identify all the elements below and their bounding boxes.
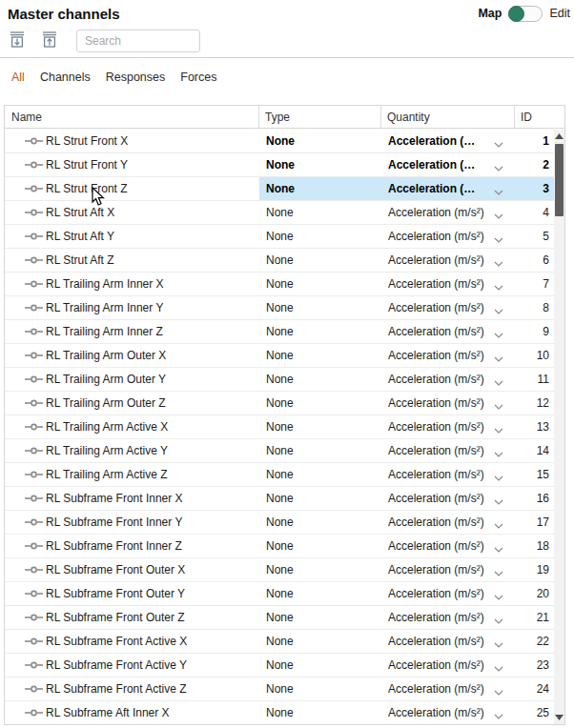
type-cell[interactable]: None xyxy=(259,487,381,511)
channel-name-cell[interactable]: RL Strut Front X xyxy=(5,130,259,153)
table-row[interactable]: RL Subframe Front Active XNoneAccelerati… xyxy=(5,630,555,654)
type-cell[interactable]: None xyxy=(259,439,381,463)
channel-name-cell[interactable]: RL Trailing Arm Active Z xyxy=(5,463,259,487)
id-cell[interactable]: 18 xyxy=(515,535,555,558)
channel-name-cell[interactable]: RL Strut Front Y xyxy=(5,153,259,177)
type-cell[interactable]: None xyxy=(259,606,381,630)
type-cell[interactable]: None xyxy=(259,153,381,177)
table-row[interactable]: RL Strut Aft YNoneAcceleration (m/s²)5 xyxy=(5,225,555,249)
id-cell[interactable]: 16 xyxy=(515,487,555,511)
type-cell[interactable]: None xyxy=(259,225,381,249)
quantity-cell[interactable]: Acceleration (m/s²) xyxy=(381,392,515,415)
table-row[interactable]: RL Trailing Arm Active ZNoneAcceleration… xyxy=(5,463,555,487)
chevron-down-icon[interactable] xyxy=(494,590,503,603)
chevron-down-icon[interactable] xyxy=(494,280,503,293)
quantity-cell[interactable]: Acceleration (m/s²) xyxy=(381,177,515,201)
type-cell[interactable]: None xyxy=(259,463,381,487)
chevron-down-icon[interactable] xyxy=(494,637,503,651)
quantity-cell[interactable]: Acceleration (m/s²) xyxy=(381,130,515,153)
chevron-down-icon[interactable] xyxy=(494,304,503,317)
channel-name-cell[interactable]: RL Trailing Arm Inner Z xyxy=(5,320,259,344)
channel-name-cell[interactable]: RL Trailing Arm Inner X xyxy=(5,273,259,296)
chevron-down-icon[interactable] xyxy=(494,375,503,389)
quantity-cell[interactable]: Acceleration (m/s²) xyxy=(381,273,515,296)
table-row[interactable]: RL Trailing Arm Inner ZNoneAcceleration … xyxy=(5,320,555,344)
id-cell[interactable]: 22 xyxy=(515,630,555,654)
chevron-down-icon[interactable] xyxy=(494,471,503,484)
chevron-down-icon[interactable] xyxy=(494,709,503,722)
tab-forces[interactable]: Forces xyxy=(180,71,216,84)
quantity-cell[interactable]: Acceleration (m/s²) xyxy=(381,368,515,392)
chevron-down-icon[interactable] xyxy=(494,185,503,198)
type-cell[interactable]: None xyxy=(259,296,381,320)
table-row[interactable]: RL Strut Front XNoneAcceleration (m/s²)1 xyxy=(5,130,555,153)
type-cell[interactable]: None xyxy=(259,677,381,701)
id-cell[interactable]: 15 xyxy=(515,463,555,487)
channel-name-cell[interactable]: RL Trailing Arm Outer Y xyxy=(5,368,259,392)
toggle-knob[interactable] xyxy=(508,6,524,22)
chevron-down-icon[interactable] xyxy=(494,352,503,365)
channel-name-cell[interactable]: RL Subframe Front Inner Z xyxy=(5,535,259,558)
channel-name-cell[interactable]: RL Subframe Front Outer X xyxy=(5,558,259,582)
column-header-quantity[interactable]: Quantity xyxy=(381,106,515,128)
channel-name-cell[interactable]: RL Subframe Front Outer Z xyxy=(5,606,259,630)
channel-name-cell[interactable]: RL Trailing Arm Inner Y xyxy=(5,296,259,320)
id-cell[interactable]: 5 xyxy=(515,225,555,249)
search-input[interactable] xyxy=(76,30,200,52)
table-row[interactable]: RL Trailing Arm Outer ZNoneAcceleration … xyxy=(5,392,555,415)
table-row[interactable]: RL Trailing Arm Outer YNoneAcceleration … xyxy=(5,368,555,392)
quantity-cell[interactable]: Acceleration (m/s²) xyxy=(381,415,515,439)
channel-name-cell[interactable]: RL Subframe Aft Inner X xyxy=(5,701,259,725)
map-edit-toggle[interactable] xyxy=(508,6,543,22)
quantity-cell[interactable]: Acceleration (m/s²) xyxy=(381,439,515,463)
type-cell[interactable]: None xyxy=(259,654,381,677)
type-cell[interactable]: None xyxy=(259,558,381,582)
channel-name-cell[interactable]: RL Trailing Arm Outer X xyxy=(5,344,259,368)
id-cell[interactable]: 11 xyxy=(515,368,555,392)
channel-name-cell[interactable]: RL Strut Aft X xyxy=(5,201,259,225)
id-cell[interactable]: 7 xyxy=(515,273,555,296)
quantity-cell[interactable]: Acceleration (m/s²) xyxy=(381,701,515,725)
quantity-cell[interactable]: Acceleration (m/s²) xyxy=(381,511,515,535)
id-cell[interactable]: 1 xyxy=(515,130,555,153)
id-cell[interactable]: 19 xyxy=(515,558,555,582)
id-cell[interactable]: 6 xyxy=(515,249,555,273)
tab-responses[interactable]: Responses xyxy=(106,71,166,84)
quantity-cell[interactable]: Acceleration (m/s²) xyxy=(381,153,515,177)
id-cell[interactable]: 25 xyxy=(515,701,555,725)
channel-name-cell[interactable]: RL Subframe Front Active Z xyxy=(5,677,259,701)
chevron-down-icon[interactable] xyxy=(494,685,503,698)
quantity-cell[interactable]: Acceleration (m/s²) xyxy=(381,677,515,701)
chevron-down-icon[interactable] xyxy=(494,518,503,532)
id-cell[interactable]: 3 xyxy=(515,177,555,201)
id-cell[interactable]: 14 xyxy=(515,439,555,463)
id-cell[interactable]: 23 xyxy=(515,654,555,677)
table-row[interactable]: RL Strut Aft ZNoneAcceleration (m/s²)6 xyxy=(5,249,555,273)
channel-name-cell[interactable]: RL Subframe Front Inner X xyxy=(5,487,259,511)
table-row[interactable]: RL Subframe Front Active ZNoneAccelerati… xyxy=(5,677,555,701)
quantity-cell[interactable]: Acceleration (m/s²) xyxy=(381,558,515,582)
type-cell[interactable]: None xyxy=(259,249,381,273)
id-cell[interactable]: 24 xyxy=(515,677,555,701)
chevron-down-icon[interactable] xyxy=(494,328,503,341)
chevron-down-icon[interactable] xyxy=(494,233,503,246)
chevron-down-icon[interactable] xyxy=(494,256,503,270)
table-row[interactable]: RL Subframe Front Inner ZNoneAcceleratio… xyxy=(5,535,555,558)
id-cell[interactable]: 9 xyxy=(515,320,555,344)
type-cell[interactable]: None xyxy=(259,177,381,201)
chevron-down-icon[interactable] xyxy=(494,399,503,413)
tab-all[interactable]: All xyxy=(11,71,25,84)
table-row[interactable]: RL Subframe Front Inner YNoneAcceleratio… xyxy=(5,511,555,535)
table-row[interactable]: RL Strut Aft XNoneAcceleration (m/s²)4 xyxy=(5,201,555,225)
id-cell[interactable]: 8 xyxy=(515,296,555,320)
id-cell[interactable]: 12 xyxy=(515,392,555,415)
table-row[interactable]: RL Strut Front YNoneAcceleration (m/s²)2 xyxy=(5,153,555,177)
table-row[interactable]: RL Subframe Front Inner XNoneAcceleratio… xyxy=(5,487,555,511)
quantity-cell[interactable]: Acceleration (m/s²) xyxy=(381,320,515,344)
type-cell[interactable]: None xyxy=(259,201,381,225)
type-cell[interactable]: None xyxy=(259,630,381,654)
type-cell[interactable]: None xyxy=(259,415,381,439)
channel-name-cell[interactable]: RL Strut Aft Z xyxy=(5,249,259,273)
channel-name-cell[interactable]: RL Strut Aft Y xyxy=(5,225,259,249)
id-cell[interactable]: 2 xyxy=(515,153,555,177)
